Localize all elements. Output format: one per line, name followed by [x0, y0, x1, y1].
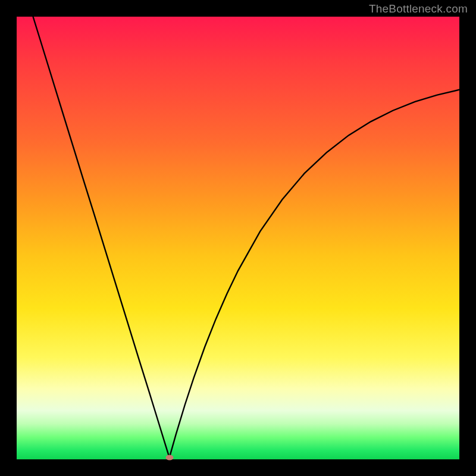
curve-right-branch [170, 90, 459, 458]
curve-left-branch [33, 17, 170, 458]
attribution-text: TheBottleneck.com [369, 2, 468, 15]
curve-layer [17, 17, 459, 459]
minimum-marker [165, 455, 173, 461]
outer-frame: TheBottleneck.com [0, 0, 476, 476]
plot-area [17, 17, 459, 459]
